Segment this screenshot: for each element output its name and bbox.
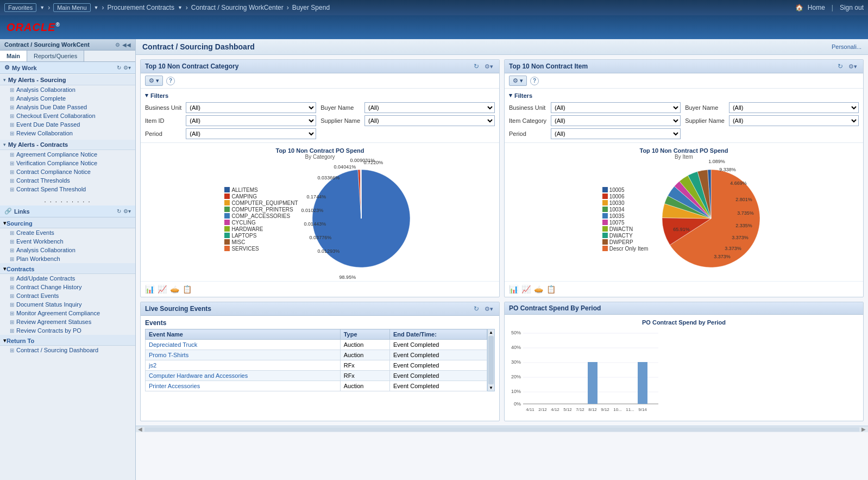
sidebar-item-monitor-agreement[interactable]: ⊞ Monitor Agreement Compliance bbox=[0, 309, 135, 317]
computer-hardware-link[interactable]: Computer Hardware and Accessories bbox=[149, 372, 248, 379]
contract-events-link[interactable]: Contract Events bbox=[16, 292, 59, 299]
create-events-link[interactable]: Create Events bbox=[16, 229, 54, 236]
promo-tshirts-link[interactable]: Promo T-Shirts bbox=[149, 352, 188, 358]
event-due-date-link[interactable]: Event Due Date Passed bbox=[16, 121, 80, 128]
sidebar-item-review-contracts-by-po[interactable]: ⊞ Review Contracts by PO bbox=[0, 326, 135, 335]
agreement-compliance-link[interactable]: Agreement Compliance Notice bbox=[16, 151, 97, 158]
plan-workbench-link[interactable]: Plan Workbench bbox=[16, 255, 60, 262]
procurement-contracts-link[interactable]: Procurement Contracts bbox=[108, 4, 174, 11]
item-business-unit-select[interactable]: (All) bbox=[551, 102, 681, 113]
panel-category-options-btn[interactable]: ⚙▾ bbox=[483, 63, 495, 71]
contract-sourcing-workcenter-link[interactable]: Contract / Sourcing WorkCenter bbox=[191, 4, 284, 11]
supplier-name-select[interactable]: (All) bbox=[364, 115, 495, 126]
live-events-refresh-btn[interactable]: ↻ bbox=[472, 304, 481, 313]
period-select[interactable]: (All) bbox=[186, 128, 316, 139]
category-help-icon[interactable]: ? bbox=[166, 77, 175, 85]
mywork-settings-btn[interactable]: ⚙▾ bbox=[123, 65, 131, 71]
sidebar-item-plan-workbench[interactable]: ⊞ Plan Workbench bbox=[0, 254, 135, 263]
contract-spend-threshold-link[interactable]: Contract Spend Threshold bbox=[16, 186, 86, 192]
panel-item-options-btn[interactable]: ⚙▾ bbox=[847, 63, 859, 71]
analysis-collaboration-link[interactable]: Analysis Collaboration bbox=[16, 86, 76, 93]
home-link[interactable]: Home bbox=[808, 4, 825, 11]
panel-category-refresh-btn[interactable]: ↻ bbox=[472, 62, 481, 71]
table-chart-btn[interactable]: 📋 bbox=[183, 285, 192, 294]
tab-reports-queries[interactable]: Reports/Queries bbox=[27, 51, 84, 61]
tab-main[interactable]: Main bbox=[0, 51, 27, 61]
depreciated-truck-link[interactable]: Depreciated Truck bbox=[149, 341, 197, 348]
add-update-contracts-link[interactable]: Add/Update Contracts bbox=[16, 275, 75, 282]
my-alerts-contracts-header[interactable]: ▾ My Alerts - Contracts bbox=[0, 140, 135, 150]
analysis-due-date-link[interactable]: Analysis Due Date Passed bbox=[16, 104, 87, 110]
item-supplier-name-select[interactable]: (All) bbox=[729, 115, 859, 126]
item-table-chart-btn[interactable]: 📋 bbox=[546, 285, 556, 294]
links-settings-btn[interactable]: ⚙▾ bbox=[123, 208, 131, 214]
sidebar-item-contract-sourcing-dashboard[interactable]: ⊞ Contract / Sourcing Dashboard bbox=[0, 346, 135, 354]
personalize-button[interactable]: Personali... bbox=[832, 43, 861, 50]
scroll-left-arrow[interactable]: ◀ bbox=[138, 426, 142, 432]
contract-compliance-link[interactable]: Contract Compliance Notice bbox=[16, 169, 91, 175]
event-workbench-link[interactable]: Event Workbench bbox=[16, 238, 64, 245]
sidebar-item-contract-thresholds[interactable]: ⊞ Contract Thresholds bbox=[0, 176, 135, 185]
item-toolbar-settings-btn[interactable]: ⚙ ▾ bbox=[509, 76, 527, 86]
sidebar-item-verification-compliance[interactable]: ⊞ Verification Compliance Notice bbox=[0, 159, 135, 167]
sidebar-settings-btn[interactable]: ⚙ bbox=[115, 42, 120, 48]
scroll-right-arrow[interactable]: ▶ bbox=[861, 426, 866, 432]
events-scrollbar[interactable]: ▲ ▼ bbox=[487, 329, 495, 391]
sidebar-item-analysis-collaboration-links[interactable]: ⊞ Analysis Collaboration bbox=[0, 246, 135, 254]
sidebar-item-review-collaboration[interactable]: ⊞ Review Collaboration bbox=[0, 129, 135, 138]
item-id-select[interactable]: (All) bbox=[186, 115, 316, 126]
sidebar-item-contract-compliance[interactable]: ⊞ Contract Compliance Notice bbox=[0, 167, 135, 176]
scroll-down-arrow[interactable]: ▼ bbox=[489, 385, 493, 390]
sidebar-item-review-agreement-statuses[interactable]: ⊞ Review Agreement Statuses bbox=[0, 317, 135, 326]
mywork-refresh-btn[interactable]: ↻ bbox=[117, 65, 121, 71]
printer-accessories-link[interactable]: Printer Accessories bbox=[149, 383, 200, 389]
review-collaboration-link[interactable]: Review Collaboration bbox=[16, 130, 73, 136]
category-filters-header[interactable]: ▾ Filters bbox=[145, 92, 495, 99]
category-toolbar-settings-btn[interactable]: ⚙ ▾ bbox=[145, 76, 163, 86]
item-bar-chart-btn[interactable]: 📊 bbox=[509, 285, 518, 294]
bar-chart-btn[interactable]: 📊 bbox=[145, 285, 154, 294]
document-status-link[interactable]: Document Status Inquiry bbox=[16, 301, 81, 308]
monitor-agreement-link[interactable]: Monitor Agreement Compliance bbox=[16, 310, 100, 316]
return-to-group-header[interactable]: ▾ Return To bbox=[0, 335, 135, 346]
panel-item-refresh-btn[interactable]: ↻ bbox=[836, 62, 845, 71]
business-unit-select[interactable]: (All) bbox=[186, 102, 316, 113]
sidebar-item-add-update-contracts[interactable]: ⊞ Add/Update Contracts bbox=[0, 274, 135, 283]
item-period-select[interactable]: (All) bbox=[551, 128, 681, 139]
sidebar-item-analysis-collaboration[interactable]: ⊞ Analysis Collaboration bbox=[0, 85, 135, 94]
item-line-chart-btn[interactable]: 📈 bbox=[521, 285, 531, 294]
analysis-complete-link[interactable]: Analysis Complete bbox=[16, 95, 66, 102]
sidebar-collapse-btn[interactable]: ◀◀ bbox=[122, 42, 131, 48]
sidebar-item-checkout-event[interactable]: ⊞ Checkout Event Collaboration bbox=[0, 111, 135, 120]
sidebar-item-document-status[interactable]: ⊞ Document Status Inquiry bbox=[0, 300, 135, 309]
scroll-up-arrow[interactable]: ▲ bbox=[489, 330, 493, 335]
review-agreement-statuses-link[interactable]: Review Agreement Statuses bbox=[16, 319, 91, 325]
analysis-collaboration-links-link[interactable]: Analysis Collaboration bbox=[16, 247, 76, 253]
live-events-options-btn[interactable]: ⚙▾ bbox=[483, 305, 495, 313]
favorites-button[interactable]: Favorites bbox=[4, 3, 36, 12]
links-refresh-btn[interactable]: ↻ bbox=[117, 208, 121, 214]
checkout-event-link[interactable]: Checkout Event Collaboration bbox=[16, 113, 96, 119]
item-filters-header[interactable]: ▾ Filters bbox=[509, 92, 859, 99]
pie-chart-btn[interactable]: 🥧 bbox=[170, 285, 179, 294]
review-contracts-by-po-link[interactable]: Review Contracts by PO bbox=[16, 327, 81, 334]
bottom-scrollbar[interactable]: ◀ ▶ bbox=[136, 426, 868, 432]
contract-thresholds-link[interactable]: Contract Thresholds bbox=[16, 177, 70, 184]
sidebar-item-analysis-complete[interactable]: ⊞ Analysis Complete bbox=[0, 94, 135, 103]
contract-sourcing-dashboard-link[interactable]: Contract / Sourcing Dashboard bbox=[16, 347, 98, 353]
sidebar-item-contract-change-history[interactable]: ⊞ Contract Change History bbox=[0, 283, 135, 291]
item-help-icon[interactable]: ? bbox=[530, 77, 539, 85]
contract-change-history-link[interactable]: Contract Change History bbox=[16, 284, 81, 290]
sidebar-item-event-due-date[interactable]: ⊞ Event Due Date Passed bbox=[0, 120, 135, 129]
verification-compliance-link[interactable]: Verification Compliance Notice bbox=[16, 160, 97, 166]
sign-out-link[interactable]: Sign out bbox=[840, 4, 864, 11]
buyer-name-select[interactable]: (All) bbox=[364, 102, 495, 113]
sidebar-item-agreement-compliance[interactable]: ⊞ Agreement Compliance Notice bbox=[0, 150, 135, 159]
item-buyer-name-select[interactable]: (All) bbox=[729, 102, 859, 113]
my-alerts-sourcing-header[interactable]: ▾ My Alerts - Sourcing bbox=[0, 75, 135, 85]
item-pie-chart-btn[interactable]: 🥧 bbox=[534, 285, 543, 294]
main-menu-button[interactable]: Main Menu bbox=[53, 3, 90, 12]
item-category-select[interactable]: (All) bbox=[551, 115, 681, 126]
contracts-group-header[interactable]: ▾ Contracts bbox=[0, 263, 135, 274]
sidebar-item-event-workbench[interactable]: ⊞ Event Workbench bbox=[0, 237, 135, 246]
